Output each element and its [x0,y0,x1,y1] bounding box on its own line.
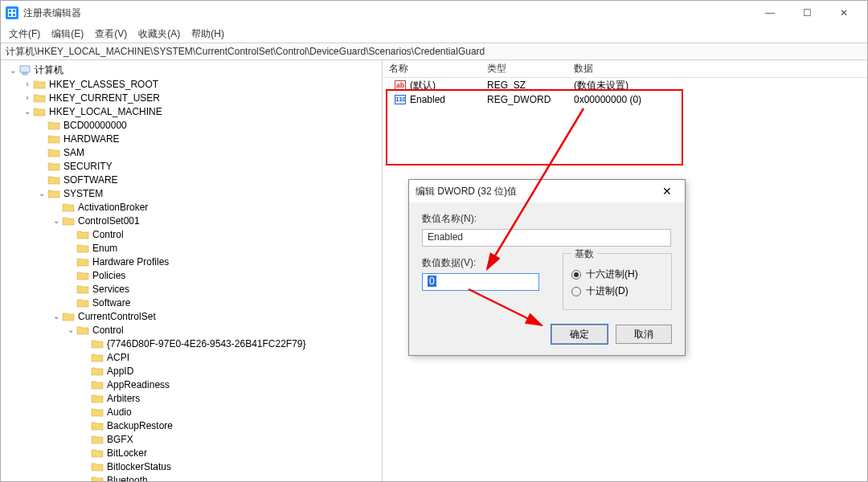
tree-item[interactable]: ACPI [1,350,382,364]
folder-icon [33,92,46,104]
collapse-icon[interactable]: ⌄ [65,325,76,334]
value-data: 0x00000000 (0) [574,94,867,105]
value-type: REG_SZ [487,80,574,91]
address-bar[interactable]: 计算机\HKEY_LOCAL_MACHINE\SYSTEM\CurrentCon… [1,43,867,60]
radix-dec-radio[interactable]: 十进制(D) [571,284,663,298]
dialog-close-button[interactable]: ✕ [656,185,678,198]
svg-rect-5 [20,66,30,72]
minimize-button[interactable]: — [751,1,788,25]
tree-item[interactable]: ⌄计算机 [1,63,382,77]
folder-icon [33,79,46,90]
menu-help[interactable]: 帮助(H) [186,26,229,43]
tree-item[interactable]: AppReadiness [1,378,382,391]
collapse-icon[interactable]: ⌄ [7,66,18,75]
collapse-icon[interactable]: ⌄ [22,107,33,116]
values-pane: 名称 类型 数据 ab(默认)REG_SZ(数值未设置)110EnabledRE… [383,60,867,481]
regedit-window: 注册表编辑器 — ☐ ✕ 文件(F) 编辑(E) 查看(V) 收藏夹(A) 帮助… [0,0,868,482]
cancel-button[interactable]: 取消 [616,325,672,344]
tree-item-label: Services [92,284,129,295]
value-name-label: 数值名称(N): [422,212,672,226]
value-data-field[interactable]: 0 [422,273,539,291]
col-header-name[interactable]: 名称 [383,62,487,76]
tree-item-label: Software [92,297,130,308]
tree-item[interactable]: Hardware Profiles [1,255,382,268]
folder-icon [76,256,89,268]
collapse-icon[interactable]: ⌄ [51,312,62,321]
value-name-field[interactable]: Enabled [422,229,671,247]
value-row[interactable]: ab(默认)REG_SZ(数值未设置) [383,78,867,92]
folder-icon [62,311,75,322]
tree-item-label: 计算机 [35,63,63,77]
tree-item[interactable]: ›HKEY_CURRENT_USER [1,91,382,104]
radix-label: 基数 [571,247,597,261]
value-row[interactable]: 110EnabledREG_DWORD0x00000000 (0) [383,92,867,107]
tree-item[interactable]: Control [1,227,382,241]
tree-item[interactable]: SAM [1,145,382,159]
collapse-icon[interactable]: ⌄ [51,216,62,225]
svg-rect-1 [9,10,11,12]
tree-item[interactable]: BCD00000000 [1,118,382,132]
tree-item[interactable]: ›HKEY_CLASSES_ROOT [1,77,382,91]
tree-item[interactable]: Policies [1,268,382,282]
menu-favorites[interactable]: 收藏夹(A) [133,26,185,43]
main-area: ⌄计算机›HKEY_CLASSES_ROOT›HKEY_CURRENT_USER… [1,60,867,481]
folder-icon [91,406,104,418]
dialog-titlebar: 编辑 DWORD (32 位)值 ✕ [409,180,685,202]
menu-file[interactable]: 文件(F) [4,26,45,43]
tree-item-label: SAM [63,147,84,158]
computer-icon [18,65,31,76]
tree-item-label: Control [92,325,124,336]
tree-item-label: HARDWARE [63,133,120,145]
tree-item[interactable]: SECURITY [1,159,382,173]
app-icon [6,6,18,19]
collapse-icon[interactable]: ⌄ [36,189,47,198]
tree-item[interactable]: ⌄Control [1,323,382,337]
tree-item-label: BGFX [107,434,133,445]
tree-item[interactable]: Audio [1,405,382,419]
ok-button[interactable]: 确定 [551,325,608,344]
close-button[interactable]: ✕ [825,1,862,25]
tree-item[interactable]: BitLocker [1,446,382,460]
col-header-type[interactable]: 类型 [487,62,574,76]
tree-item[interactable]: Bluetooth [1,473,382,481]
folder-icon [91,420,104,431]
expand-icon[interactable]: › [22,80,33,88]
folder-icon [91,379,104,390]
tree-item[interactable]: Services [1,282,382,296]
dialog-body: 数值名称(N): Enabled 数值数据(V): 0 基数 [409,202,685,355]
folder-icon [91,352,104,363]
tree-item[interactable]: ⌄ControlSet001 [1,214,382,227]
folder-icon [62,215,75,227]
tree-item-label: {7746D80F-97E0-4E26-9543-26B41FC22F79} [107,338,306,349]
tree-item[interactable]: AppID [1,364,382,378]
tree-item[interactable]: ⌄SYSTEM [1,186,382,200]
tree-item[interactable]: Enum [1,241,382,255]
tree-item[interactable]: ⌄HKEY_LOCAL_MACHINE [1,104,382,118]
tree-item[interactable]: ActivationBroker [1,200,382,214]
tree-item[interactable]: {7746D80F-97E0-4E26-9543-26B41FC22F79} [1,337,382,350]
menu-view[interactable]: 查看(V) [90,26,132,43]
tree-item-label: ControlSet001 [78,215,140,227]
folder-icon [33,106,46,117]
expand-icon[interactable]: › [22,93,33,102]
tree-item[interactable]: Software [1,296,382,309]
tree-item[interactable]: ⌄CurrentControlSet [1,309,382,323]
folder-icon [91,461,104,472]
tree-item-label: CurrentControlSet [78,311,156,322]
tree-item-label: BackupRestore [107,420,173,431]
tree-item[interactable]: Arbiters [1,391,382,405]
folder-icon [47,147,60,158]
tree-item[interactable]: HARDWARE [1,132,382,145]
tree-item[interactable]: BackupRestore [1,419,382,432]
tree-item[interactable]: BitlockerStatus [1,460,382,473]
col-header-data[interactable]: 数据 [574,62,867,76]
value-name: (默认) [410,79,436,92]
tree-item[interactable]: SOFTWARE [1,173,382,186]
tree-pane[interactable]: ⌄计算机›HKEY_CLASSES_ROOT›HKEY_CURRENT_USER… [1,60,383,481]
menu-edit[interactable]: 编辑(E) [47,26,88,43]
radix-hex-radio[interactable]: 十六进制(H) [571,268,663,281]
maximize-button[interactable]: ☐ [788,1,825,25]
radix-group: 基数 十六进制(H) 十进制(D) [563,253,672,310]
tree-item-label: Enum [92,243,117,254]
tree-item[interactable]: BGFX [1,432,382,446]
